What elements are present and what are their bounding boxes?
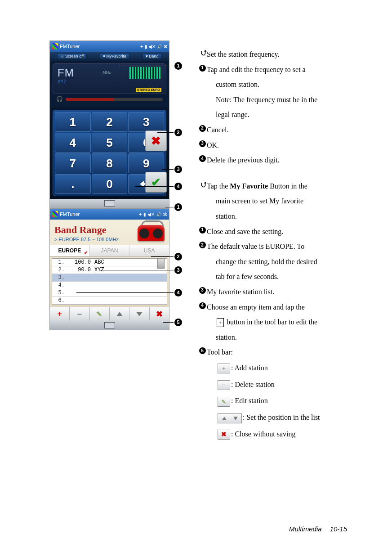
band-button[interactable]: ♥ Band [143,53,162,59]
tab-europe[interactable]: EUROPE [50,245,90,256]
desc-item-4: 4 Delete the previous digit. [198,153,351,168]
list-item: 1.100.0ABC [52,259,167,266]
desc2-item-2: 2 The default value is EUROPE. To change… [198,239,351,284]
add-station-button[interactable]: + [50,307,70,321]
titlebar: FMTuner ✦ ▮ ◀✕ 🔊 ✖ [50,41,169,52]
band-range-screenshot: FMTuner ✦ ▮ ◀✕ 🔊 ok Band Range > EUROPE … [49,208,169,330]
footer-page: 10-15 [330,525,347,533]
callout-lead [163,322,174,323]
keyboard-icon[interactable] [104,322,115,328]
list-item-selected: 3. [52,274,167,282]
number-2-icon: 2 [199,242,206,248]
tab-usa[interactable]: USA [129,245,169,256]
key-1[interactable]: 1 [55,112,91,132]
desc-item-1: 1 Tap and edit the frequency to set a cu… [198,62,351,122]
screen-off-button[interactable]: ☼ Screen off [57,53,87,59]
ok-check-icon: ✔ [151,175,161,189]
list-item: 6. [52,297,167,305]
edit-key-icon [218,397,230,407]
mhz-label: MHz [102,70,111,75]
tab-japan[interactable]: JAPAN [90,245,130,256]
keyboard-icon[interactable] [104,200,115,207]
desc-set-frequency: Set the station frequency. [207,47,351,62]
footer-section: Multimedia [289,525,322,533]
edit-station-button[interactable] [90,307,110,321]
app-title: FMTuner [60,44,80,49]
key-0[interactable]: 0 [92,174,128,194]
callout-marker-1b: 1 [174,203,182,211]
key-4[interactable]: 4 [55,133,91,153]
key-8[interactable]: 8 [92,153,128,173]
move-up-button[interactable] [110,307,129,321]
minus-icon: − [77,309,82,319]
callout-lead [162,169,174,170]
scrollbar-thumb[interactable] [157,259,165,269]
number-1-icon: 1 [199,227,206,234]
key-3[interactable]: 3 [128,112,164,132]
triangle-up-icon [116,312,123,316]
desc2-item-4: 4 Choose an empty item and tap the + but… [198,300,351,345]
callout-lead [100,270,174,270]
headphone-icon: 🎧 [56,96,63,103]
cancel-button[interactable]: ✖ [145,130,167,151]
updown-arrows-icon: ⮍ [200,181,205,188]
toolbar-legend: +: Add station −: Delete station : Edit … [198,360,351,443]
volume-slider[interactable] [66,98,163,101]
section-header-2: ⮍ Tap the My Favorite Button in the main… [198,179,351,224]
triangle-down-icon [136,312,143,316]
desc2-item-3: 3 My favorite station list. [198,284,351,300]
my-favorite-button[interactable]: ♥ MyFavorite [100,53,129,59]
callout-lead [119,66,173,66]
bottom-bar [50,199,169,208]
station-name: XYZ [58,79,161,84]
favorite-station-list[interactable]: 1.100.0ABC 2.90.0XYZ 3. 4. 5. 6. [52,258,167,305]
key-2[interactable]: 2 [92,112,128,132]
callout-lead [157,132,174,133]
top-toolbar: ☼ Screen off ♥ MyFavorite ♥ Band [50,52,169,61]
callout-marker-2b: 2 [174,253,182,261]
list-item: 4. [52,282,167,289]
number-1-icon: 1 [199,65,206,72]
status-icons-2: ✦ ▮ ◀✕ 🔊 ok [138,212,167,217]
list-item: 5. [52,289,167,297]
close-key-icon: ✖ [218,430,230,440]
number-2-icon: 2 [199,125,206,132]
stereo-badge: STEREO EURO [136,88,161,92]
key-7[interactable]: 7 [55,153,91,173]
updown-arrows-icon: ⮍ [200,49,205,56]
region-tabs: EUROPE JAPAN USA [50,245,169,256]
number-4-icon: 4 [199,155,206,162]
plus-icon: + [57,309,62,319]
callout-lead [165,207,174,207]
pencil-icon [95,310,104,319]
callout-lead [76,292,174,293]
key-9[interactable]: 9 [128,153,164,173]
close-button[interactable]: ✖ [150,307,169,321]
status-icons: ✦ ▮ ◀✕ 🔊 ✖ [140,44,167,49]
section-header: ⮍ Set the station frequency. [198,47,351,62]
callout-lead [135,186,174,187]
ok-button[interactable]: ✔ [145,172,167,193]
desc-item-3: 3 OK. [198,138,351,153]
close-x-icon: ✖ [156,309,163,319]
callout-marker-1: 1 [174,62,182,70]
add-key-icon: + [218,364,230,373]
callout-marker-4: 4 [174,183,182,190]
callout-marker-4b: 4 [174,289,182,296]
number-3-icon: 3 [199,287,206,294]
callout-marker-2: 2 [174,129,182,136]
windows-flag-icon [52,211,58,217]
bottom-bar-2 [50,321,169,330]
frequency-display[interactable]: FM XYZ MHz STEREO EURO [53,63,166,94]
spectrum-icon [129,67,161,79]
number-5-icon: 5 [199,347,206,354]
desc-item-2: 2 Cancel. [198,122,351,138]
callout-marker-3: 3 [174,166,182,173]
key-5[interactable]: 5 [92,133,128,153]
titlebar-2: FMTuner ✦ ▮ ◀✕ 🔊 ok [50,209,169,220]
delete-station-button[interactable]: − [70,307,89,321]
move-down-button[interactable] [129,307,149,321]
delete-key-icon: − [218,380,230,390]
key-dot[interactable]: . [55,174,91,194]
callout-marker-5b: 5 [174,319,182,326]
